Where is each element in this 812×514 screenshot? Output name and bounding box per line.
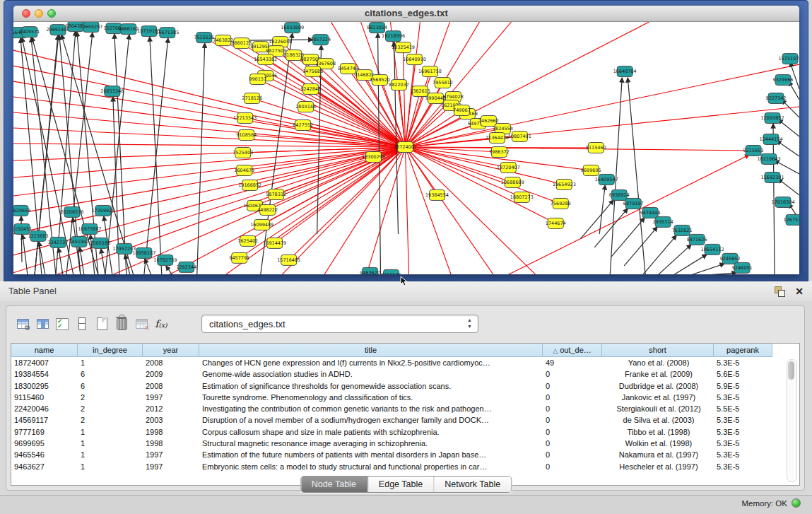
graph-node[interactable]: 9242848: [300, 84, 321, 95]
graph-node[interactable]: 9463627: [360, 267, 380, 274]
column-header[interactable]: pagerank: [714, 344, 772, 357]
graph-node[interactable]: 2620659: [13, 205, 30, 216]
graph-node[interactable]: 4498222: [257, 204, 278, 215]
graph-node[interactable]: 5878332: [266, 189, 286, 199]
delete-rows-icon[interactable]: [112, 314, 131, 334]
table-settings-icon[interactable]: ⚙: [13, 314, 32, 334]
table-row[interactable]: 1872400712008Changes of HCN gene express…: [11, 357, 799, 368]
graph-node[interactable]: 2718126: [242, 93, 262, 104]
graph-node[interactable]: 15751074: [779, 54, 799, 64]
graph-node[interactable]: 16409547: [595, 174, 618, 185]
graph-node[interactable]: 9215953: [743, 146, 764, 156]
float-panel-icon[interactable]: [775, 286, 785, 297]
graph-node[interactable]: 7625402: [237, 235, 258, 246]
column-header[interactable]: title: [199, 344, 543, 357]
graph-node[interactable]: 16099489: [250, 219, 273, 230]
network-window-titlebar[interactable]: citations_edges.txt: [13, 6, 799, 22]
graph-node[interactable]: 18325419: [392, 42, 415, 53]
graph-node[interactable]: 16961758: [418, 66, 442, 77]
graph-node[interactable]: 19166852: [238, 180, 261, 190]
graph-node[interactable]: 990157: [249, 74, 266, 85]
graph-node[interactable]: 6879197: [623, 198, 644, 209]
tab-edge-table[interactable]: Edge Table: [367, 477, 433, 492]
vertical-scrollbar[interactable]: [787, 359, 797, 482]
column-header[interactable]: year: [143, 344, 199, 357]
graph-node[interactable]: 749067: [453, 105, 471, 116]
graph-node[interactable]: 8660123: [231, 38, 252, 49]
graph-node[interactable]: 7569288: [551, 198, 571, 209]
graph-node[interactable]: 2935114: [653, 216, 673, 227]
table-row[interactable]: 1830029562008Estimation of significance …: [11, 380, 799, 392]
table-selector-dropdown[interactable]: citations_edges.txt ▲▼: [201, 315, 478, 333]
column-header[interactable]: △out_de…: [543, 344, 602, 357]
column-header[interactable]: short: [602, 344, 714, 357]
graph-node[interactable]: 16640910: [403, 54, 426, 65]
graph-node[interactable]: 9465546: [381, 269, 401, 274]
new-table-icon[interactable]: [93, 314, 111, 334]
graph-node[interactable]: 10807491: [508, 132, 531, 142]
graph-node[interactable]: 7857224: [310, 35, 331, 45]
graph-node[interactable]: 16782759: [153, 255, 177, 265]
graph-node[interactable]: 1604675: [234, 165, 254, 175]
graph-node[interactable]: 9227342: [766, 93, 787, 104]
table-row[interactable]: 2242004622012Investigating the contribut…: [11, 403, 799, 414]
table-row[interactable]: 1938455462009Genome-wide association stu…: [11, 368, 799, 380]
graph-node[interactable]: 10688609: [501, 177, 524, 187]
table-row[interactable]: 1456911722003Disruption of a novel membe…: [11, 414, 799, 426]
graph-node[interactable]: 17016504: [772, 197, 795, 207]
graph-node[interactable]: 10654112: [701, 244, 724, 255]
graph-node[interactable]: 8427552: [293, 120, 313, 131]
tab-network-table[interactable]: Network Table: [433, 477, 511, 492]
graph-node[interactable]: 16648784: [613, 66, 637, 77]
graph-node[interactable]: 9108564: [236, 130, 257, 141]
table-row[interactable]: 946362711997Embryonic stem cells: a mode…: [11, 461, 799, 472]
graph-node[interactable]: 2505185: [90, 238, 110, 248]
graph-node[interactable]: 12444154: [760, 134, 783, 145]
graph-node[interactable]: 1568520: [370, 75, 390, 86]
graph-node[interactable]: 3475685: [302, 66, 323, 77]
graph-node[interactable]: 7515526: [194, 33, 214, 43]
column-header[interactable]: in_degree: [78, 344, 143, 357]
graph-node[interactable]: 19384554: [425, 189, 449, 200]
graph-node[interactable]: 1267534: [784, 214, 799, 225]
graph-node[interactable]: 15716485: [277, 255, 300, 265]
graph-node[interactable]: 1342737: [47, 237, 68, 247]
scrollbar-thumb[interactable]: [788, 361, 794, 380]
graph-node[interactable]: 9329966: [773, 75, 794, 86]
graph-node[interactable]: 9457791: [229, 252, 249, 263]
graph-node[interactable]: 2803144: [295, 102, 316, 112]
graph-node[interactable]: 9246051: [732, 262, 753, 273]
graph-node[interactable]: 8813054: [367, 23, 387, 33]
graph-node[interactable]: 9699695: [581, 165, 601, 175]
graph-node[interactable]: 16033809: [281, 23, 304, 33]
graph-node[interactable]: 2405571: [20, 27, 40, 37]
table-row[interactable]: 946554611997Estimation of the future num…: [11, 449, 799, 460]
graph-node[interactable]: 19218596: [382, 31, 405, 42]
function-builder-icon[interactable]: f(x): [152, 314, 170, 334]
citation-network-graph[interactable]: 1664936240557120691406180437110655257152…: [13, 22, 799, 274]
tab-node-table[interactable]: Node Table: [301, 477, 367, 492]
graph-node[interactable]: 7463822: [213, 35, 233, 46]
column-pair-icon[interactable]: [73, 314, 91, 334]
graph-node[interactable]: 7525403: [233, 148, 253, 158]
graph-node[interactable]: 20206576: [60, 206, 83, 217]
network-canvas[interactable]: 1664936240557120691406180437110655257152…: [13, 22, 799, 274]
graph-node[interactable]: 19654923: [553, 179, 576, 189]
graph-node[interactable]: 7986372: [489, 147, 510, 158]
graph-node[interactable]: 18720407: [497, 162, 520, 173]
graph-node[interactable]: 1292344: [176, 262, 196, 272]
graph-node[interactable]: 8822037: [389, 80, 409, 90]
table-columns-icon[interactable]: [33, 314, 52, 334]
graph-node[interactable]: 9115460: [586, 143, 606, 153]
select-all-columns-icon[interactable]: ✓✓: [53, 314, 71, 334]
close-panel-icon[interactable]: ✕: [795, 285, 804, 298]
graph-node[interactable]: 1451947: [69, 236, 89, 247]
graph-node[interactable]: 20053346: [100, 86, 124, 97]
graph-node[interactable]: 9466162: [118, 24, 139, 35]
table-row[interactable]: 911546021997Tourette syndrome. Phenomeno…: [11, 392, 799, 403]
table-row[interactable]: 969969511998Structural magnetic resonanc…: [11, 438, 799, 449]
graph-node[interactable]: 1215683: [28, 230, 49, 241]
graph-node[interactable]: 7632621: [672, 225, 693, 235]
graph-node[interactable]: 10975887: [78, 223, 101, 234]
graph-node[interactable]: 1744674: [546, 218, 566, 228]
